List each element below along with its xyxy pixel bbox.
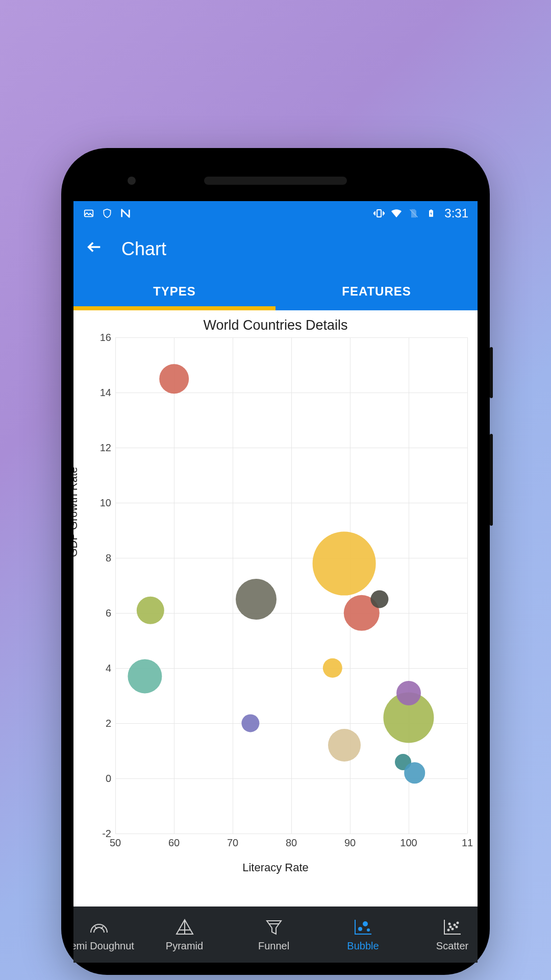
gridline-vertical [174, 337, 174, 834]
bubble-point[interactable] [137, 596, 164, 624]
no-sim-icon [408, 207, 420, 219]
svg-point-13 [448, 923, 450, 924]
bubble-point[interactable] [396, 681, 421, 705]
x-tick-label: 50 [110, 837, 121, 849]
battery-charging-icon [425, 207, 437, 219]
bottom-tab-label: Scatter [436, 940, 468, 952]
svg-point-12 [457, 922, 458, 923]
y-tick-label: 2 [91, 718, 111, 729]
svg-point-6 [367, 929, 369, 931]
shield-icon [101, 207, 113, 219]
bubble-chart-icon [353, 918, 373, 936]
screen: 3:31 Chart TYPES FEATURES World Countrie… [73, 201, 478, 963]
tab-bar: TYPES FEATURES [73, 273, 478, 310]
x-tick-label: 90 [344, 837, 356, 849]
gridline-vertical [291, 337, 292, 834]
svg-rect-3 [430, 210, 432, 211]
x-tick-label: 60 [168, 837, 180, 849]
svg-rect-1 [377, 210, 381, 217]
gridline-horizontal [115, 668, 467, 669]
vibrate-icon [373, 207, 385, 219]
y-axis-label: GDP Growth Rate [73, 467, 80, 557]
chart-title: World Countries Details [79, 317, 472, 333]
status-bar: 3:31 [73, 201, 478, 226]
bubble-point[interactable] [312, 531, 376, 595]
svg-point-7 [447, 929, 449, 930]
gridline-vertical [115, 337, 116, 834]
bottom-tab-pyramid[interactable]: Pyramid [140, 918, 229, 952]
y-tick-label: -2 [91, 828, 111, 840]
scatter-chart-icon [442, 918, 463, 936]
gridline-horizontal [115, 337, 467, 338]
semi-doughnut-icon [89, 918, 109, 936]
x-tick-label: 11 [462, 837, 473, 849]
pyramid-icon [174, 918, 195, 936]
bubble-point[interactable] [159, 364, 189, 394]
bubble-point[interactable] [236, 579, 277, 620]
phone-frame: 3:31 Chart TYPES FEATURES World Countrie… [61, 148, 490, 975]
bottom-tab-label: Funnel [258, 940, 289, 952]
y-tick-label: 10 [91, 497, 111, 509]
gridline-vertical [467, 337, 468, 834]
bottom-tab-scatter[interactable]: Scatter [408, 918, 478, 952]
gridline-horizontal [115, 558, 467, 558]
y-tick-label: 0 [91, 773, 111, 785]
x-tick-label: 80 [286, 837, 297, 849]
bubble-point[interactable] [328, 729, 361, 762]
gridline-horizontal [115, 613, 467, 614]
tab-indicator [73, 306, 276, 310]
bottom-tab-semi-doughnut[interactable]: Semi Doughnut [73, 918, 140, 952]
wifi-icon [390, 207, 403, 219]
svg-point-11 [456, 926, 457, 927]
side-button [490, 347, 493, 398]
y-tick-label: 4 [91, 663, 111, 674]
back-arrow-icon[interactable] [86, 238, 103, 260]
bottom-tab-label: Bubble [347, 940, 379, 952]
svg-point-9 [452, 928, 453, 929]
bottom-tab-bubble[interactable]: Bubble [318, 918, 408, 952]
side-button [490, 434, 493, 526]
bottom-tab-bar: Semi Doughnut Pyramid Funnel Bubble [73, 906, 478, 963]
speaker-grille [204, 177, 347, 185]
svg-point-4 [359, 927, 362, 930]
camera-dot [128, 177, 136, 185]
plot-region[interactable] [115, 337, 467, 834]
tab-types[interactable]: TYPES [73, 273, 276, 310]
gridline-horizontal [115, 503, 467, 503]
x-tick-label: 100 [400, 837, 417, 849]
gridline-horizontal [115, 834, 467, 834]
svg-point-8 [449, 926, 451, 927]
bubble-point[interactable] [404, 762, 425, 783]
gridline-horizontal [115, 448, 467, 448]
app-bar: Chart [73, 226, 478, 273]
app-title: Chart [121, 238, 166, 260]
bubble-point[interactable] [322, 658, 342, 678]
bottom-tab-label: Pyramid [166, 940, 203, 952]
svg-point-5 [363, 922, 367, 926]
status-time: 3:31 [444, 206, 468, 220]
bubble-point[interactable] [370, 590, 388, 608]
bubble-point[interactable] [128, 659, 162, 694]
image-icon [83, 207, 95, 219]
bottom-tab-funnel[interactable]: Funnel [229, 918, 318, 952]
chart-canvas: GDP Growth Rate Literacy Rate 5060708090… [79, 335, 472, 856]
tab-features[interactable]: FEATURES [276, 273, 478, 310]
y-tick-label: 16 [91, 332, 111, 344]
y-tick-label: 14 [91, 387, 111, 399]
x-axis-label: Literacy Rate [242, 861, 309, 874]
y-tick-label: 6 [91, 607, 111, 619]
y-tick-label: 12 [91, 442, 111, 454]
chart-area: World Countries Details GDP Growth Rate … [73, 310, 478, 906]
svg-point-10 [454, 924, 455, 925]
funnel-icon [264, 918, 284, 936]
x-tick-label: 70 [227, 837, 238, 849]
y-tick-label: 8 [91, 552, 111, 564]
n-icon [119, 207, 132, 219]
bubble-point[interactable] [241, 714, 259, 732]
bottom-tab-label: Semi Doughnut [73, 940, 134, 952]
gridline-vertical [233, 337, 233, 834]
